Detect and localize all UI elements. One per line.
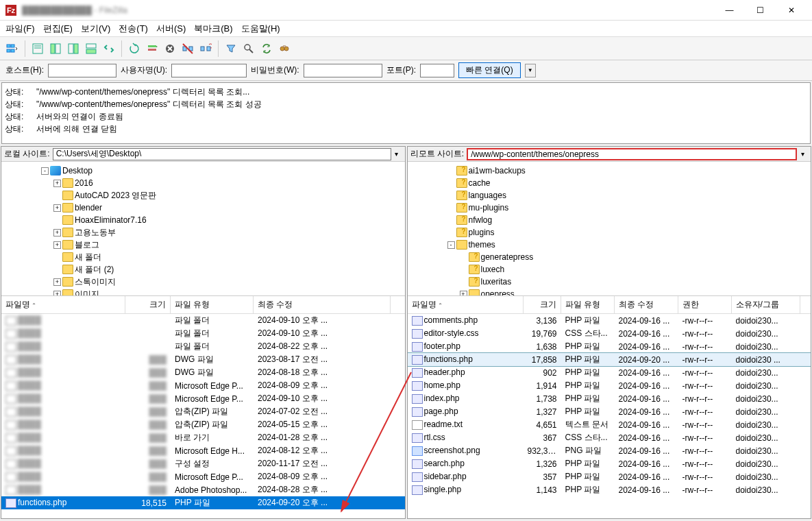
local-path-dropdown[interactable]: ▾ bbox=[391, 150, 402, 158]
maximize-button[interactable]: ☐ bbox=[745, 0, 776, 21]
list-item[interactable]: ████ ███ Microsoft Edge P... 2024-08-09 … bbox=[1, 379, 405, 392]
cancel-icon[interactable] bbox=[162, 40, 178, 57]
tree-item[interactable]: languages bbox=[408, 189, 811, 202]
minimize-button[interactable]: — bbox=[714, 0, 745, 21]
host-input[interactable] bbox=[48, 64, 116, 77]
tree-item[interactable]: +고용노동부 bbox=[1, 226, 405, 239]
refresh-icon[interactable] bbox=[126, 40, 143, 57]
local-path-input[interactable] bbox=[53, 148, 391, 160]
tree-item[interactable]: nfwlog bbox=[408, 214, 811, 226]
tree-item[interactable]: plugins bbox=[408, 226, 811, 239]
expand-icon[interactable]: - bbox=[41, 167, 49, 175]
process-queue-icon[interactable] bbox=[144, 40, 160, 57]
list-item[interactable]: ████ ███ Microsoft Edge H... 2024-08-12 … bbox=[1, 444, 405, 457]
tree-item[interactable]: +블로그 bbox=[1, 239, 405, 251]
col-size[interactable]: 크기 bbox=[125, 296, 171, 313]
tree-item[interactable]: +2016 bbox=[1, 177, 405, 189]
tree-item[interactable]: +이미지 bbox=[1, 288, 405, 296]
list-item[interactable]: screenshot.png 932,322 PNG 파일 2024-09-16… bbox=[408, 444, 811, 457]
remote-list-header[interactable]: 파일명 크기 파일 유형 최종 수정 권한 소유자/그룹 bbox=[408, 296, 811, 314]
list-item[interactable]: rtl.css 367 CSS 스타... 2024-09-16 ... -rw… bbox=[408, 431, 811, 444]
col-name[interactable]: 파일명 bbox=[408, 296, 524, 313]
menu-server[interactable]: 서버(S) bbox=[156, 23, 186, 35]
list-item[interactable]: ████ ███ DWG 파일 2023-08-17 오전 ... bbox=[1, 353, 405, 366]
local-list-header[interactable]: 파일명 크기 파일 유형 최종 수정 bbox=[1, 296, 405, 314]
tree-item[interactable]: luxech bbox=[408, 263, 811, 276]
toggle-remotetree-icon[interactable] bbox=[65, 40, 82, 57]
list-item[interactable]: page.php 1,327 PHP 파일 2024-09-16 ... -rw… bbox=[408, 405, 811, 418]
list-item[interactable]: ████ 파일 폴더 2024-09-10 오후 ... bbox=[1, 327, 405, 340]
expand-icon[interactable]: + bbox=[53, 229, 61, 237]
toggle-queue-icon[interactable] bbox=[83, 40, 99, 57]
sync-icon[interactable] bbox=[258, 40, 275, 57]
compare-icon[interactable] bbox=[241, 40, 257, 57]
expand-icon[interactable]: + bbox=[460, 291, 467, 297]
tree-item[interactable]: +blender bbox=[1, 202, 405, 214]
toggle-localtree-icon[interactable] bbox=[47, 40, 64, 57]
status-log[interactable]: 상태:"/www/wp-content/themes/onepress" 디렉터… bbox=[1, 82, 811, 144]
menu-help[interactable]: 도움말(H) bbox=[241, 23, 280, 35]
tree-item[interactable]: ai1wm-backups bbox=[408, 165, 811, 177]
expand-icon[interactable]: + bbox=[53, 241, 61, 249]
sitemanager-icon[interactable] bbox=[4, 40, 21, 57]
tree-item[interactable]: +onepress bbox=[408, 288, 811, 296]
list-item[interactable]: comments.php 3,136 PHP 파일 2024-09-16 ...… bbox=[408, 314, 811, 327]
tree-item[interactable]: -themes bbox=[408, 239, 811, 251]
list-item[interactable]: ████ ███ 구성 설정 2020-11-17 오전 ... bbox=[1, 457, 405, 470]
tree-item[interactable]: generatepress bbox=[408, 251, 811, 263]
tree-item[interactable]: HoaxEliminator7.16 bbox=[1, 214, 405, 226]
col-type[interactable]: 파일 유형 bbox=[171, 296, 254, 313]
list-item[interactable]: editor-style.css 19,769 CSS 스타... 2024-0… bbox=[408, 327, 811, 340]
expand-icon[interactable]: + bbox=[53, 291, 61, 297]
close-button[interactable]: ✕ bbox=[776, 0, 807, 21]
list-item[interactable]: ████ 파일 폴더 2024-09-10 오후 ... bbox=[1, 314, 405, 327]
list-item[interactable]: ████ ███ DWG 파일 2024-08-18 오후 ... bbox=[1, 366, 405, 379]
disconnect-icon[interactable] bbox=[180, 40, 196, 57]
list-item[interactable]: search.php 1,326 PHP 파일 2024-09-16 ... -… bbox=[408, 457, 811, 470]
list-item[interactable]: ████ ███ Microsoft Edge P... 2024-08-09 … bbox=[1, 470, 405, 483]
list-item[interactable]: header.php 902 PHP 파일 2024-09-16 ... -rw… bbox=[408, 366, 811, 379]
pass-input[interactable] bbox=[304, 64, 382, 77]
remote-file-list[interactable]: 파일명 크기 파일 유형 최종 수정 권한 소유자/그룹 comments.ph… bbox=[408, 296, 811, 518]
col-owner[interactable]: 소유자/그룹 bbox=[732, 296, 800, 313]
list-item[interactable]: sidebar.php 357 PHP 파일 2024-09-16 ... -r… bbox=[408, 470, 811, 483]
tree-item[interactable]: 새 폴더 bbox=[1, 251, 405, 263]
col-modified[interactable]: 최종 수정 bbox=[254, 296, 391, 313]
tree-item[interactable]: +스톡이미지 bbox=[1, 276, 405, 288]
menu-file[interactable]: 파일(F) bbox=[5, 23, 35, 35]
menu-transfer[interactable]: 전송(T) bbox=[119, 23, 148, 35]
list-item[interactable]: single.php 1,143 PHP 파일 2024-09-16 ... -… bbox=[408, 483, 811, 496]
tree-item[interactable]: luxeritas bbox=[408, 276, 811, 288]
tree-item[interactable]: 새 폴더 (2) bbox=[1, 263, 405, 276]
col-perm[interactable]: 권한 bbox=[678, 296, 732, 313]
col-modified[interactable]: 최종 수정 bbox=[615, 296, 678, 313]
expand-icon[interactable]: + bbox=[53, 278, 61, 286]
list-item[interactable]: ████ ███ 압축(ZIP) 파일 2024-07-02 오전 ... bbox=[1, 405, 405, 418]
reconnect-icon[interactable] bbox=[197, 40, 214, 57]
find-icon[interactable] bbox=[276, 40, 293, 57]
remote-path-input[interactable] bbox=[467, 148, 797, 160]
remote-path-dropdown[interactable]: ▾ bbox=[797, 150, 808, 158]
quickconnect-dropdown[interactable]: ▼ bbox=[525, 64, 536, 77]
list-item[interactable]: ████ ███ Microsoft Edge P... 2024-09-10 … bbox=[1, 392, 405, 405]
tree-item[interactable]: cache bbox=[408, 177, 811, 189]
list-item[interactable]: ████ ███ 압축(ZIP) 파일 2024-05-15 오후 ... bbox=[1, 418, 405, 431]
toggle-log-icon[interactable] bbox=[29, 40, 46, 57]
list-item[interactable]: ████ ███ 바로 가기 2024-01-28 오후 ... bbox=[1, 431, 405, 444]
list-item[interactable]: index.php 1,738 PHP 파일 2024-09-16 ... -r… bbox=[408, 392, 811, 405]
tree-item[interactable]: -Desktop bbox=[1, 165, 405, 177]
quickconnect-button[interactable]: 빠른 연결(Q) bbox=[458, 62, 521, 78]
remote-tree[interactable]: ai1wm-backupscachelanguagesmu-pluginsnfw… bbox=[408, 162, 811, 296]
col-type[interactable]: 파일 유형 bbox=[561, 296, 615, 313]
local-file-list[interactable]: 파일명 크기 파일 유형 최종 수정 ████ 파일 폴더 2024-09-10… bbox=[1, 296, 405, 518]
menu-view[interactable]: 보기(V) bbox=[81, 23, 110, 35]
user-input[interactable] bbox=[171, 64, 247, 77]
list-item[interactable]: functions.php 18,515 PHP 파일 2024-09-20 오… bbox=[1, 496, 405, 509]
tree-item[interactable]: mu-plugins bbox=[408, 202, 811, 214]
expand-icon[interactable]: + bbox=[53, 180, 61, 187]
port-input[interactable] bbox=[420, 64, 454, 77]
list-item[interactable]: ████ 파일 폴더 2024-08-22 오후 ... bbox=[1, 340, 405, 353]
list-item[interactable]: ████ ███ Adobe Photoshop... 2024-08-28 오… bbox=[1, 483, 405, 496]
menu-bookmarks[interactable]: 북마크(B) bbox=[194, 23, 232, 35]
list-item[interactable]: functions.php 17,858 PHP 파일 2024-09-20 .… bbox=[408, 353, 811, 366]
